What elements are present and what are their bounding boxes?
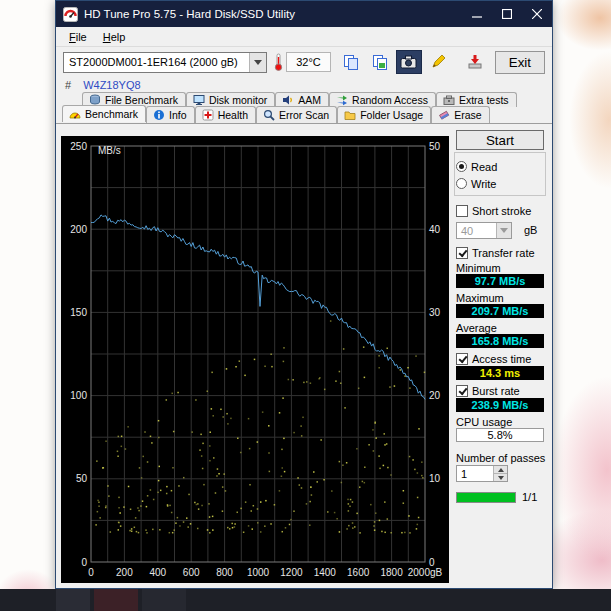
chart-svg: 0501001502002500102030405002004006008001… (61, 136, 449, 583)
svg-text:250: 250 (70, 141, 87, 152)
spinner-down-icon[interactable] (494, 473, 507, 481)
benchmark-pane: 0501001502002500102030405002004006008001… (56, 123, 552, 588)
tab-extra-tests[interactable]: Extra tests (436, 92, 517, 107)
read-radio-row[interactable]: Read (456, 160, 497, 173)
tab-label: Info (169, 109, 187, 121)
svg-text:30: 30 (429, 307, 441, 318)
benchmark-icon (69, 108, 81, 120)
random-access-icon (336, 94, 348, 106)
extra-tests-icon (443, 94, 455, 106)
annotate-button[interactable] (425, 50, 451, 74)
maximum-value: 209.7 MB/s (456, 304, 544, 318)
tab-label: Random Access (352, 94, 428, 106)
tab-strip: File Benchmark Disk monitor AAM Random A… (56, 92, 552, 123)
drive-selector[interactable]: ST2000DM001-1ER164 (2000 gB) (63, 52, 267, 73)
app-window: HD Tune Pro 5.75 - Hard Disk/SSD Utility… (55, 0, 553, 589)
erase-icon (438, 109, 450, 121)
control-panel: Start Read Write Short stroke 40 gB (454, 124, 550, 588)
burst-rate-row[interactable]: Burst rate (456, 384, 520, 397)
svg-text:200: 200 (116, 567, 133, 578)
chevron-down-icon[interactable] (249, 53, 266, 72)
close-icon (532, 9, 542, 19)
tab-health[interactable]: Health (195, 106, 256, 123)
spinner-up-icon[interactable] (494, 466, 507, 473)
tab-benchmark[interactable]: Benchmark (62, 105, 146, 122)
short-stroke-label: Short stroke (472, 205, 531, 217)
tab-label: AAM (298, 94, 321, 106)
access-time-label: Access time (472, 353, 531, 365)
start-button[interactable]: Start (456, 130, 544, 150)
transfer-rate-label: Transfer rate (472, 247, 535, 259)
maximize-button[interactable] (492, 1, 522, 27)
thermometer-icon (274, 53, 283, 71)
short-stroke-unit: gB (524, 224, 537, 236)
tab-random-access[interactable]: Random Access (329, 92, 436, 107)
tab-folder-usage[interactable]: Folder Usage (337, 106, 431, 123)
minimize-button[interactable] (462, 1, 492, 27)
passes-label: Number of passes (456, 452, 545, 464)
read-radio[interactable] (456, 161, 467, 172)
window-title: HD Tune Pro 5.75 - Hard Disk/SSD Utility (84, 8, 462, 20)
short-stroke-row[interactable]: Short stroke (456, 204, 531, 217)
menu-help[interactable]: Help (95, 29, 134, 45)
short-stroke-size-value: 40 (457, 225, 496, 237)
save-button[interactable] (462, 50, 488, 74)
taskbar-item[interactable] (94, 589, 138, 611)
chevron-down-icon[interactable] (496, 223, 511, 238)
desktop: { "window": { "title": "HD Tune Pro 5.75… (0, 0, 611, 611)
progress-fill (457, 493, 515, 502)
progress-text: 1/1 (522, 491, 537, 503)
svg-text:0: 0 (88, 567, 94, 578)
transfer-rate-row[interactable]: Transfer rate (456, 246, 535, 259)
copy-button[interactable] (338, 50, 364, 74)
taskbar-item[interactable] (142, 589, 186, 611)
svg-text:50: 50 (429, 141, 441, 152)
tab-label: Extra tests (459, 94, 509, 106)
passes-stepper[interactable]: 1 (456, 465, 508, 482)
taskbar[interactable] (0, 589, 611, 611)
tab-label: Error Scan (279, 109, 329, 121)
svg-text:150: 150 (70, 307, 87, 318)
short-stroke-checkbox[interactable] (456, 205, 468, 217)
transfer-rate-checkbox[interactable] (456, 247, 468, 259)
close-button[interactable] (522, 1, 552, 27)
burst-rate-value: 238.9 MB/s (456, 398, 544, 412)
disk-monitor-icon (193, 94, 205, 106)
copy-report-button[interactable] (367, 50, 393, 74)
cpu-usage-value: 5.8% (456, 428, 544, 442)
write-radio[interactable] (456, 178, 467, 189)
tab-erase[interactable]: Erase (431, 106, 489, 123)
svg-text:10: 10 (429, 473, 441, 484)
info-icon (153, 109, 165, 121)
write-radio-row[interactable]: Write (456, 177, 496, 190)
svg-text:600: 600 (183, 567, 200, 578)
menu-file[interactable]: File (61, 29, 95, 45)
short-stroke-size-select[interactable]: 40 (456, 222, 512, 239)
tab-label: Health (218, 109, 248, 121)
passes-value: 1 (457, 466, 493, 481)
tab-disk-monitor[interactable]: Disk monitor (186, 92, 275, 107)
aam-icon (282, 94, 294, 106)
serial-hash: # (65, 79, 71, 91)
exit-button[interactable]: Exit (495, 51, 545, 74)
cpu-usage-label: CPU usage (456, 416, 512, 428)
serial-row: # W4Z18YQ8 (56, 77, 552, 92)
temperature-value: 32°C (286, 52, 331, 72)
tab-info[interactable]: Info (146, 106, 195, 123)
titlebar: HD Tune Pro 5.75 - Hard Disk/SSD Utility (56, 1, 552, 27)
serial-number: W4Z18YQ8 (83, 79, 140, 91)
screenshot-button[interactable] (396, 50, 422, 74)
temperature-display: 32°C (274, 52, 331, 72)
svg-text:100: 100 (70, 390, 87, 401)
tab-label: Benchmark (85, 108, 138, 120)
save-down-icon (467, 54, 483, 70)
svg-text:400: 400 (149, 567, 166, 578)
tab-error-scan[interactable]: Error Scan (256, 106, 337, 123)
svg-text:800: 800 (216, 567, 233, 578)
burst-rate-checkbox[interactable] (456, 385, 468, 397)
tab-aam[interactable]: AAM (275, 92, 329, 107)
taskbar-item[interactable] (56, 589, 90, 611)
access-time-checkbox[interactable] (456, 353, 468, 365)
access-time-row[interactable]: Access time (456, 352, 531, 365)
health-icon (202, 109, 214, 121)
